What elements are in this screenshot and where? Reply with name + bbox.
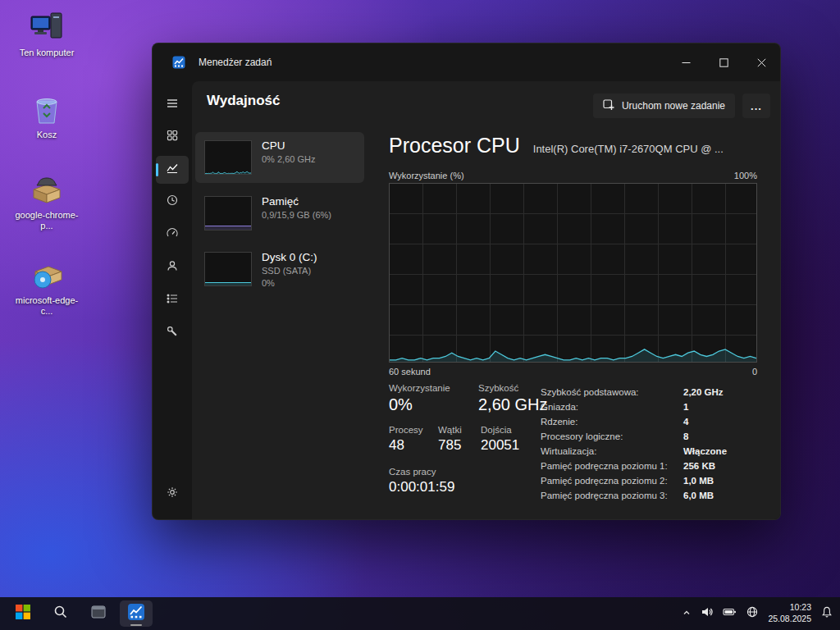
desktop-icon-recycle-bin[interactable]: Kosz — [10, 92, 84, 140]
card-subtitle2: 0% — [262, 278, 317, 288]
menu-button[interactable] — [156, 91, 189, 119]
app-window-icon — [90, 604, 107, 623]
search-icon — [53, 605, 68, 623]
sidebar-item-processes[interactable] — [156, 123, 189, 151]
more-options-button[interactable]: ... — [742, 94, 770, 118]
task-manager-window: Menedżer zadań — [152, 43, 781, 520]
volume-icon[interactable] — [701, 605, 714, 622]
desktop-icon-label: Kosz — [37, 130, 57, 140]
desktop-icon-this-pc[interactable]: Ten komputer — [10, 10, 84, 58]
taskbar: 10:23 25.08.2025 — [0, 597, 840, 630]
desktop: Ten komputer Kosz google-chrome-p... — [0, 0, 840, 630]
sidebar-item-services[interactable] — [156, 319, 189, 347]
perf-card-cpu[interactable]: CPU 0% 2,60 GHz — [195, 132, 364, 183]
cpu-usage-chart — [389, 183, 757, 363]
details-list-icon — [166, 292, 179, 308]
threads-label: Wątki — [438, 425, 462, 435]
notification-bell-icon[interactable] — [820, 605, 833, 622]
speedometer-icon — [166, 226, 179, 243]
performance-page: Wydajność Uruchom nowe zadanie ... C — [192, 81, 780, 519]
installer-box-icon — [28, 172, 66, 207]
navigation-rail — [153, 81, 192, 519]
services-wrench-icon — [166, 325, 179, 341]
taskbar-clock[interactable]: 10:23 25.08.2025 — [768, 602, 811, 624]
sidebar-item-app-history[interactable] — [156, 188, 189, 216]
sidebar-item-performance[interactable] — [156, 156, 189, 184]
sidebar-item-startup-apps[interactable] — [156, 221, 189, 249]
graph-xleft-label: 60 sekund — [389, 367, 431, 377]
task-manager-app-icon — [172, 56, 185, 69]
processes-label: Procesy — [389, 425, 423, 435]
battery-icon[interactable] — [723, 605, 737, 622]
detail-row: Gniazda:1 — [541, 399, 775, 414]
detail-row: Pamięć podręczna poziomu 2:1,0 MB — [541, 473, 775, 488]
page-title: Wydajność — [207, 93, 280, 109]
task-manager-icon — [127, 603, 145, 624]
uptime-label: Czas pracy — [389, 467, 454, 477]
speed-label: Szybkość — [478, 383, 547, 393]
history-clock-icon — [166, 194, 179, 210]
window-title: Menedżer zadań — [199, 57, 272, 68]
processes-value: 48 — [389, 437, 423, 454]
processes-icon — [166, 129, 179, 145]
minimize-button[interactable] — [667, 43, 705, 81]
card-title: CPU — [262, 139, 315, 152]
uptime-value: 0:00:01:59 — [389, 479, 454, 495]
installer-cd-icon — [28, 258, 66, 292]
windows-logo-icon — [16, 605, 30, 623]
performance-icon — [166, 162, 179, 178]
hidden-icons-button[interactable] — [682, 606, 692, 621]
search-button[interactable] — [44, 600, 77, 627]
desktop-icon-label: google-chrome-p... — [10, 210, 84, 231]
card-subtitle: SSD (SATA) — [262, 266, 317, 276]
clock-time: 10:23 — [768, 602, 811, 614]
selected-indicator — [156, 163, 158, 176]
graph-xright-label: 0 — [752, 367, 757, 377]
performance-card-list: CPU 0% 2,60 GHz Pamięć 0,9/15,9 GB (6%) — [195, 132, 364, 299]
perf-card-memory[interactable]: Pamięć 0,9/15,9 GB (6%) — [195, 188, 364, 239]
speed-value: 2,60 GHz — [478, 395, 547, 414]
disk-mini-graph — [204, 252, 252, 286]
memory-graph-line — [205, 226, 251, 230]
detail-row: Pamięć podręczna poziomu 3:6,0 MB — [541, 488, 775, 503]
graph-ylabel: Wykorzystanie (%) — [389, 171, 464, 180]
start-button[interactable] — [7, 600, 39, 627]
disk-graph-line — [205, 282, 251, 285]
sidebar-item-settings[interactable] — [156, 480, 189, 508]
detail-row: Wirtualizacja:Włączone — [541, 444, 775, 459]
window-titlebar[interactable]: Menedżer zadań — [153, 43, 780, 81]
detail-row: Rdzenie:4 — [541, 414, 775, 429]
memory-mini-graph — [204, 196, 252, 231]
threads-value: 785 — [438, 437, 462, 454]
graph-ymax-label: 100% — [734, 171, 757, 180]
taskbar-task-manager-button[interactable] — [120, 600, 153, 627]
hamburger-icon — [166, 97, 179, 113]
recycle-bin-icon — [28, 92, 66, 126]
sidebar-item-details[interactable] — [156, 286, 189, 314]
network-globe-icon[interactable] — [746, 605, 759, 622]
desktop-icon-label: Ten komputer — [20, 48, 75, 58]
detail-row: Pamięć podręczna poziomu 1:256 KB — [541, 459, 775, 473]
run-new-task-label: Uruchom nowe zadanie — [622, 100, 725, 112]
close-button[interactable] — [742, 43, 780, 81]
desktop-icon-edge-installer[interactable]: microsoft-edge-c... — [10, 258, 84, 316]
handles-value: 20051 — [481, 437, 519, 454]
perf-card-disk[interactable]: Dysk 0 (C:) SSD (SATA) 0% — [195, 244, 364, 294]
desktop-icon-chrome-installer[interactable]: google-chrome-p... — [10, 172, 84, 231]
new-task-icon — [603, 99, 614, 113]
card-title: Dysk 0 (C:) — [262, 251, 317, 263]
usage-value: 0% — [389, 395, 450, 414]
detail-row: Procesory logiczne:8 — [541, 429, 775, 444]
gear-icon — [166, 486, 179, 502]
maximize-button[interactable] — [705, 43, 742, 81]
cpu-details-list: Szybkość podstawowa:2,20 GHz Gniazda:1 R… — [541, 385, 775, 503]
taskbar-app-window-button[interactable] — [82, 600, 115, 627]
users-icon — [166, 259, 179, 276]
cpu-pane-title: Procesor CPU — [389, 134, 520, 158]
sidebar-item-users[interactable] — [156, 253, 189, 281]
detail-row: Szybkość podstawowa:2,20 GHz — [541, 385, 775, 399]
run-new-task-button[interactable]: Uruchom nowe zadanie — [593, 94, 735, 118]
card-subtitle: 0,9/15,9 GB (6%) — [262, 210, 331, 220]
card-subtitle: 0% 2,60 GHz — [262, 154, 315, 164]
usage-label: Wykorzystanie — [389, 383, 450, 393]
